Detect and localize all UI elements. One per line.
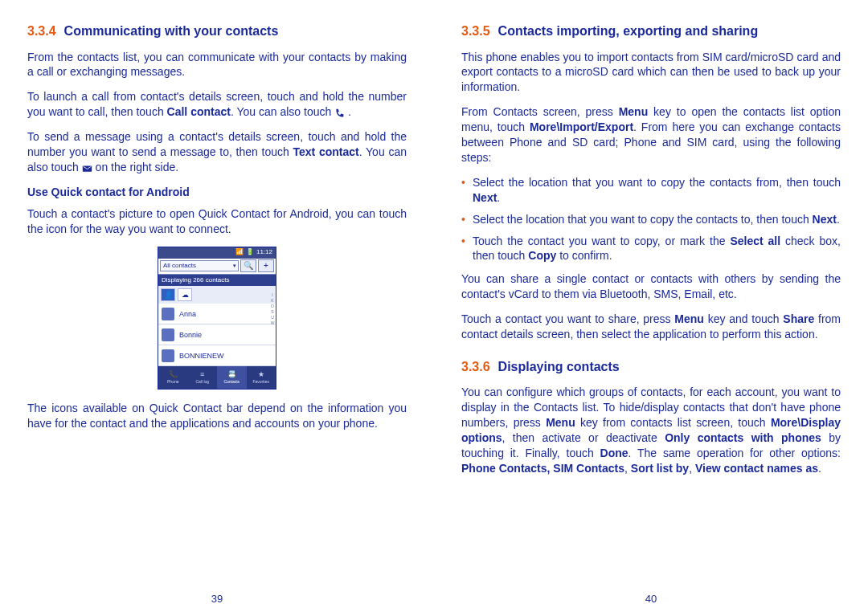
avatar-icon[interactable]: 👤: [161, 288, 175, 301]
list-item: Select the location that you want to cop…: [461, 175, 841, 206]
quick-contact-bar: 👤 ☁: [158, 286, 276, 304]
para-display: You can configure which groups of contac…: [461, 385, 841, 475]
contact-row[interactable]: Anna: [158, 304, 276, 324]
tab-phone[interactable]: 📞Phone: [158, 366, 188, 389]
avatar-icon: [162, 349, 174, 362]
contact-row[interactable]: Bonnie: [158, 324, 276, 345]
para-icons-note: The icons available on Quick Contact bar…: [27, 401, 407, 431]
message-icon: [82, 163, 92, 173]
time-label: 11:12: [256, 248, 272, 257]
status-bar: 📶 🔋 11:12: [158, 247, 276, 259]
bold-share: Share: [783, 312, 814, 325]
phone-mock: 📶 🔋 11:12 All contacts 🔍 + Displaying 26…: [158, 247, 276, 390]
bold-next: Next: [473, 191, 497, 204]
page-left: 3.3.4Communicating with your contacts Fr…: [0, 0, 434, 616]
bold-more-import: More\Import/Export: [530, 120, 633, 133]
bold-menu: Menu: [674, 312, 704, 325]
battery-icon: 🔋: [246, 248, 254, 257]
section-number: 3.3.5: [461, 24, 490, 38]
page-number: 39: [27, 592, 407, 606]
quick-action-icon[interactable]: ☁: [178, 288, 192, 301]
bold-copy: Copy: [528, 249, 556, 262]
bottom-tabs: 📞Phone ≡Call log 📇Contacts ★Favorites: [158, 366, 276, 389]
phone-screenshot: 📶 🔋 11:12 All contacts 🔍 + Displaying 26…: [27, 247, 407, 390]
para-text: To send a message using a contact's deta…: [27, 129, 407, 175]
signal-icon: 📶: [235, 248, 244, 257]
section-heading-335: 3.3.5Contacts importing, exporting and s…: [461, 22, 841, 40]
page-number: 40: [461, 592, 841, 606]
bold-menu: Menu: [619, 105, 649, 118]
bold-select-all: Select all: [730, 235, 780, 247]
tab-calllog[interactable]: ≡Call log: [188, 366, 218, 389]
section-number: 3.3.4: [27, 24, 56, 38]
bold-next: Next: [813, 213, 837, 226]
contact-name: Anna: [179, 309, 196, 319]
bold-done: Done: [600, 447, 628, 459]
para-quick-contact: Touch a contact's picture to open Quick …: [27, 206, 407, 237]
section-title: Communicating with your contacts: [64, 24, 279, 38]
para-import-steps: From Contacts screen, press Menu key to …: [461, 104, 841, 165]
para-intro: From the contacts list, you can communic…: [27, 50, 407, 80]
section-title: Displaying contacts: [498, 360, 620, 373]
star-icon: ★: [256, 370, 266, 378]
phone-icon: 📞: [168, 370, 178, 378]
avatar-icon: [162, 308, 174, 320]
bold-call-contact: Call contact: [167, 105, 231, 118]
bold-phone-sim-contacts: Phone Contacts, SIM Contacts: [461, 462, 624, 475]
filter-dropdown[interactable]: All contacts: [160, 260, 239, 271]
contact-name: BONNIENEW: [179, 351, 224, 361]
avatar-icon: [162, 328, 174, 341]
section-heading-334: 3.3.4Communicating with your contacts: [27, 22, 407, 40]
search-button[interactable]: 🔍: [240, 259, 256, 272]
para-import-intro: This phone enables you to import contact…: [461, 50, 841, 96]
contact-row[interactable]: BONNIENEW: [158, 345, 276, 366]
contact-name: Bonnie: [179, 330, 202, 340]
para-share-intro: You can share a single contact or contac…: [461, 271, 841, 302]
contacts-icon: 📇: [227, 370, 236, 378]
tab-favorites[interactable]: ★Favorites: [247, 366, 276, 389]
bold-sort-by: Sort list by: [631, 462, 689, 475]
para-call: To launch a call from contact's details …: [27, 89, 407, 120]
section-title: Contacts importing, exporting and sharin…: [498, 24, 759, 38]
section-heading-336: 3.3.6Displaying contacts: [461, 358, 841, 376]
list-item: Touch the contact you want to copy, or m…: [461, 234, 841, 264]
filter-row: All contacts 🔍 +: [158, 259, 276, 275]
steps-list: Select the location that you want to cop…: [461, 175, 841, 263]
bold-menu: Menu: [546, 416, 575, 429]
section-number: 3.3.6: [461, 360, 490, 373]
calllog-icon: ≡: [198, 370, 207, 378]
bold-only-phones: Only contacts with phones: [665, 431, 821, 444]
para-share-steps: Touch a contact you want to share, press…: [461, 312, 841, 342]
list-item: Select the location that you want to cop…: [461, 212, 841, 227]
bold-text-contact: Text contact: [293, 145, 358, 158]
tab-contacts[interactable]: 📇Contacts: [217, 366, 247, 389]
page-right: 3.3.5Contacts importing, exporting and s…: [434, 0, 868, 616]
subheading-quick-contact: Use Quick contact for Android: [27, 185, 407, 200]
phone-icon: [334, 108, 345, 118]
alphabet-scroller[interactable]: IKOSUW: [270, 292, 275, 326]
bold-view-names: View contact names as: [695, 462, 818, 475]
add-button[interactable]: +: [258, 259, 274, 272]
count-row: Displaying 266 contacts: [158, 275, 276, 287]
